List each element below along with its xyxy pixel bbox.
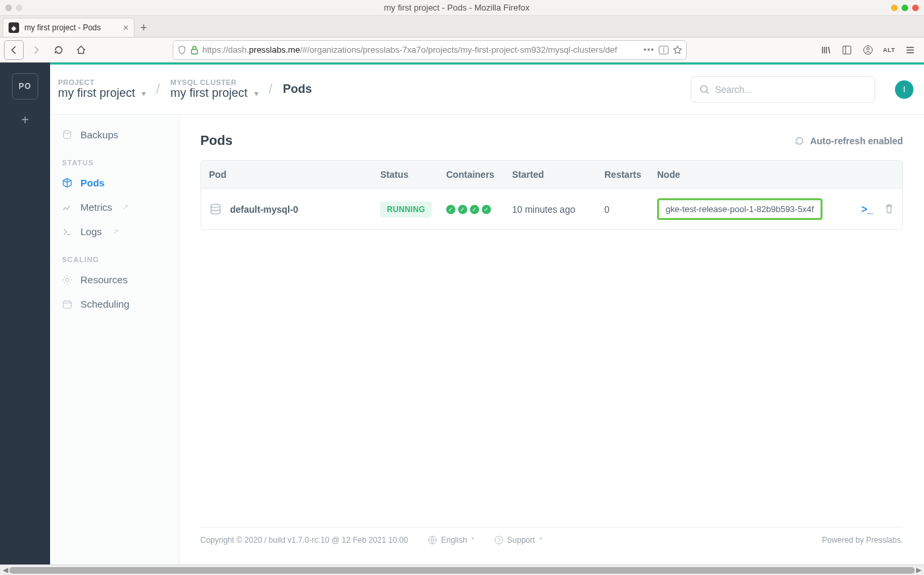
database-icon — [62, 130, 72, 140]
sidebar-item-scheduling[interactable]: Scheduling — [50, 292, 179, 316]
footer-powered: Powered by Presslabs. — [822, 535, 903, 545]
chevron-down-icon[interactable]: ▾ — [254, 89, 258, 98]
external-link-icon: ↗ — [113, 227, 119, 236]
reload-button[interactable] — [49, 40, 69, 60]
tab-close-button[interactable]: × — [123, 22, 129, 33]
os-titlebar: my first project - Pods - Mozilla Firefo… — [0, 0, 924, 16]
new-tab-button[interactable]: + — [134, 18, 153, 37]
forward-button[interactable] — [26, 40, 46, 60]
breadcrumb-value: my first project — [171, 86, 248, 100]
org-selector[interactable]: PO — [12, 73, 38, 99]
auto-refresh-toggle[interactable]: Auto-refresh enabled — [794, 136, 903, 146]
reader-icon[interactable] — [658, 45, 669, 55]
refresh-icon — [794, 136, 805, 146]
calendar-icon — [62, 299, 72, 310]
traffic-lights — [891, 5, 919, 11]
check-dot-icon: ✓ — [446, 205, 455, 214]
cell-status: RUNNING — [380, 202, 446, 217]
th-status: Status — [380, 169, 446, 180]
external-link-icon: ↗ — [123, 203, 129, 211]
hamburger-menu-button[interactable] — [900, 40, 920, 60]
horizontal-scrollbar[interactable]: ◀ ▶ — [0, 564, 924, 575]
sidebar-item-label: Resources — [80, 274, 128, 285]
breadcrumb-sep: / — [152, 82, 164, 97]
scroll-left-icon[interactable]: ◀ — [3, 566, 8, 574]
svg-point-6 — [64, 130, 71, 133]
app-header: PROJECT my first project ▾ / MYSQL CLUST… — [50, 65, 924, 115]
svg-rect-2 — [843, 46, 851, 54]
back-button[interactable] — [4, 40, 24, 60]
breadcrumb-page: Pods — [283, 82, 312, 96]
app-wrap: PROJECT my first project ▾ / MYSQL CLUST… — [50, 63, 924, 564]
browser-tab-title: my first project - Pods — [24, 23, 101, 32]
close-icon[interactable] — [912, 5, 919, 11]
search-input[interactable]: Search... — [691, 76, 875, 103]
add-org-button[interactable]: + — [21, 113, 29, 128]
sidebar-item-label: Pods — [80, 177, 105, 188]
alt-button[interactable]: ALT — [879, 40, 899, 60]
sidebar-item-metrics[interactable]: Metrics ↗ — [50, 195, 179, 219]
help-icon: ? — [494, 535, 504, 545]
cell-containers: ✓ ✓ ✓ ✓ — [446, 205, 512, 214]
sidebar-item-pods[interactable]: Pods — [50, 171, 179, 195]
th-pod: Pod — [209, 169, 380, 180]
table-header: Pod Status Containers Started Restarts N… — [201, 161, 902, 188]
browser-tab[interactable]: ◆ my first project - Pods × — [3, 18, 134, 37]
check-dot-icon: ✓ — [470, 205, 479, 214]
status-badge: RUNNING — [380, 202, 432, 217]
browser-toolbar: https://dash.presslabs.me/#/organization… — [0, 38, 924, 63]
chevron-down-icon[interactable]: ▾ — [142, 89, 146, 98]
delete-button[interactable] — [884, 204, 894, 215]
pods-table: Pod Status Containers Started Restarts N… — [200, 160, 903, 230]
th-containers: Containers — [446, 169, 512, 180]
chart-icon — [62, 202, 72, 213]
meatball-icon[interactable]: ••• — [643, 45, 654, 55]
svg-text:?: ? — [497, 537, 500, 543]
shield-icon — [177, 45, 187, 55]
globe-icon — [428, 535, 437, 545]
support-link[interactable]: ? Support ˄ — [494, 535, 542, 545]
sidebar-item-label: Backups — [80, 129, 119, 140]
th-restarts: Restarts — [604, 169, 657, 180]
breadcrumb-cluster[interactable]: MYSQL CLUSTER my first project ▾ — [171, 78, 258, 100]
main-panel: Pods Auto-refresh enabled Pod Status Con… — [179, 115, 924, 564]
svg-point-4 — [867, 47, 869, 50]
cell-restarts: 0 — [604, 204, 657, 215]
cube-icon — [62, 178, 72, 188]
app-body: Backups STATUS Pods Metrics ↗ — [50, 115, 924, 564]
cell-node: gke-test-release-pool-1-82b9b593-5x4f — [657, 204, 848, 215]
window-dots-left — [5, 5, 22, 11]
shell-button[interactable]: >_ — [861, 204, 873, 215]
language-selector[interactable]: English ˄ — [428, 535, 474, 545]
url-bar[interactable]: https://dash.presslabs.me/#/organization… — [173, 40, 687, 60]
sidebar-item-backups[interactable]: Backups — [50, 123, 179, 147]
sidebar-item-resources[interactable]: Resources — [50, 267, 179, 292]
sidebar-item-label: Scheduling — [80, 298, 129, 310]
sidebar-toggle-button[interactable] — [837, 40, 857, 60]
cell-pod-name: default-mysql-0 — [209, 203, 380, 216]
chevron-up-icon: ˄ — [471, 537, 475, 544]
org-rail: PO + — [0, 63, 50, 564]
check-dot-icon: ✓ — [458, 205, 467, 214]
toolbar-right: ALT — [816, 40, 920, 60]
sidebar-item-logs[interactable]: Logs ↗ — [50, 219, 179, 244]
scroll-thumb[interactable] — [9, 567, 915, 574]
scroll-right-icon[interactable]: ▶ — [916, 566, 921, 574]
breadcrumb-project[interactable]: PROJECT my first project ▾ — [58, 78, 146, 100]
user-avatar[interactable]: I — [895, 80, 913, 99]
sidebar-heading-scaling: SCALING — [50, 244, 179, 267]
footer-copyright: Copyright © 2020 / build v1.7.0-rc.10 @ … — [200, 535, 408, 545]
table-row[interactable]: default-mysql-0 RUNNING ✓ ✓ ✓ ✓ 10 minut… — [201, 188, 902, 229]
account-button[interactable] — [858, 40, 878, 60]
dot-icon — [5, 5, 12, 11]
maximize-icon[interactable] — [902, 5, 908, 11]
library-button[interactable] — [816, 40, 836, 60]
star-icon[interactable] — [673, 45, 682, 55]
lock-icon — [190, 45, 198, 55]
sidebar-heading-status: STATUS — [50, 147, 179, 171]
svg-rect-0 — [192, 49, 198, 54]
window-title: my first project - Pods - Mozilla Firefo… — [384, 3, 529, 13]
home-button[interactable] — [71, 40, 91, 60]
minimize-icon[interactable] — [891, 5, 898, 11]
cell-started: 10 minutes ago — [512, 204, 604, 215]
